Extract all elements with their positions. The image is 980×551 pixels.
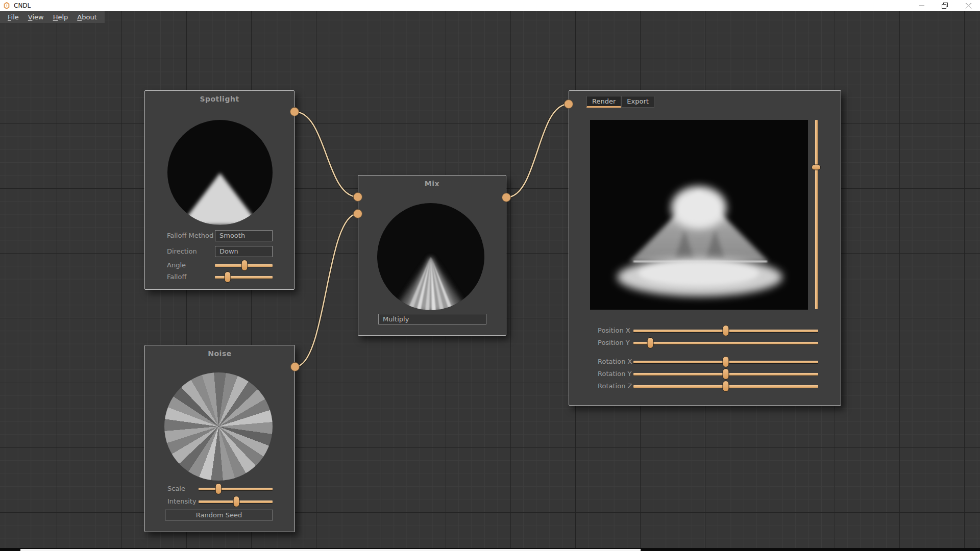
slider-handle[interactable] <box>215 483 222 494</box>
render-panel[interactable]: Render Export <box>569 90 841 406</box>
spotlight-node[interactable]: Spotlight Falloff Method Smooth Directio… <box>144 90 295 290</box>
slider-track[interactable] <box>215 276 273 279</box>
background-window-peek <box>20 549 641 551</box>
close-icon <box>966 3 971 9</box>
slider-handle[interactable] <box>233 496 239 507</box>
tab-render[interactable]: Render <box>586 96 621 108</box>
app-icon <box>3 2 10 9</box>
restore-icon <box>942 3 948 9</box>
slider-handle[interactable] <box>812 164 821 170</box>
render-preview <box>590 120 808 310</box>
node-title: Spotlight <box>145 95 294 103</box>
node-title: Noise <box>145 349 295 358</box>
intensity-slider[interactable] <box>199 496 273 507</box>
angle-label: Angle <box>167 260 186 270</box>
render-panel-tabs: Render Export <box>586 96 654 108</box>
intensity-label: Intensity <box>167 496 197 507</box>
angle-slider[interactable] <box>215 260 273 270</box>
slider-handle[interactable] <box>723 356 729 367</box>
slider-handle[interactable] <box>241 260 248 271</box>
rotation-z-slider[interactable] <box>633 381 818 391</box>
rotation-z-label: Rotation Z <box>598 381 632 391</box>
falloff-method-label: Falloff Method <box>167 230 213 241</box>
bottom-edge-strip <box>0 548 980 551</box>
menu-file[interactable]: File <box>3 13 23 21</box>
render-vertical-slider[interactable] <box>812 120 821 309</box>
falloff-method-value: Smooth <box>219 232 245 239</box>
mix-mode-select[interactable]: Multiply <box>378 314 486 324</box>
mix-node[interactable]: Mix Multiply <box>358 175 506 336</box>
slider-track[interactable] <box>815 120 818 309</box>
rotation-x-label: Rotation X <box>598 357 632 367</box>
position-x-slider[interactable] <box>633 325 818 336</box>
direction-label: Direction <box>167 246 197 257</box>
tab-export[interactable]: Export <box>621 96 654 108</box>
menu-about[interactable]: About <box>72 13 101 21</box>
falloff-slider[interactable] <box>215 272 273 282</box>
mix-mode-value: Multiply <box>383 315 409 323</box>
direction-value: Down <box>219 247 238 255</box>
scale-slider[interactable] <box>199 484 273 494</box>
node-title: Mix <box>358 180 506 188</box>
random-seed-button[interactable]: Random Seed <box>165 510 273 520</box>
falloff-method-select[interactable]: Smooth <box>215 230 273 241</box>
close-button[interactable] <box>957 0 980 11</box>
menubar: File View Help About <box>0 11 105 23</box>
window-title: CNDL <box>14 2 31 9</box>
slider-handle[interactable] <box>224 271 231 283</box>
position-x-label: Position X <box>598 325 630 336</box>
direction-select[interactable]: Down <box>215 246 273 257</box>
slider-handle[interactable] <box>723 368 729 380</box>
position-y-slider[interactable] <box>633 338 818 348</box>
menu-help[interactable]: Help <box>48 13 73 21</box>
position-y-label: Position Y <box>598 338 630 348</box>
slider-track[interactable] <box>633 342 818 344</box>
restore-button[interactable] <box>933 0 957 11</box>
mix-preview <box>377 203 485 311</box>
falloff-label: Falloff <box>167 272 186 282</box>
noise-preview <box>164 372 273 481</box>
minimize-icon <box>919 3 924 9</box>
slider-track[interactable] <box>199 488 273 490</box>
menu-view[interactable]: View <box>23 13 48 21</box>
minimize-button[interactable] <box>910 0 933 11</box>
scale-label: Scale <box>167 484 185 494</box>
rotation-y-slider[interactable] <box>633 369 818 379</box>
slider-handle[interactable] <box>723 325 729 336</box>
spotlight-preview <box>167 120 273 225</box>
slider-handle[interactable] <box>647 337 653 348</box>
noise-node[interactable]: Noise Scale Intensity Random Seed <box>144 345 295 532</box>
slider-handle[interactable] <box>723 381 729 392</box>
rotation-x-slider[interactable] <box>633 357 818 367</box>
rotation-y-label: Rotation Y <box>598 369 631 379</box>
titlebar: CNDL <box>0 0 980 11</box>
